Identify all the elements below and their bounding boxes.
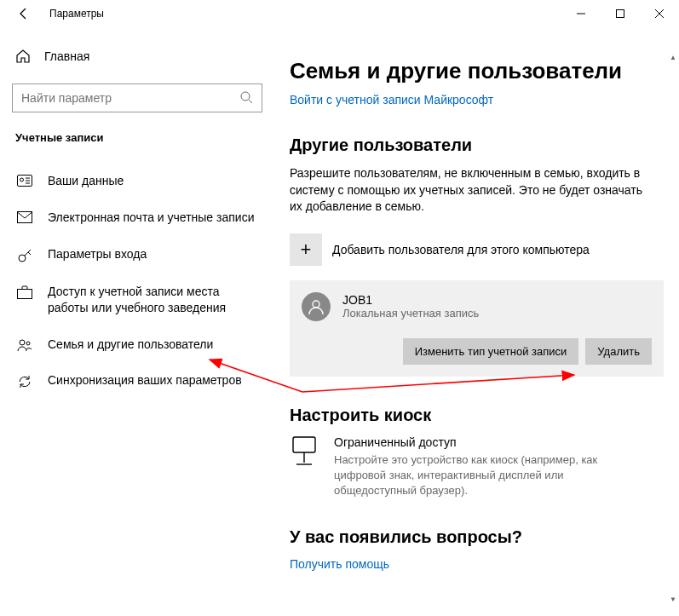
back-button[interactable] bbox=[14, 3, 34, 24]
svg-line-14 bbox=[28, 252, 31, 255]
svg-rect-11 bbox=[18, 211, 32, 222]
svg-rect-1 bbox=[617, 10, 624, 18]
sidebar-item-label: Электронная почта и учетные записи bbox=[48, 210, 254, 226]
avatar bbox=[302, 292, 331, 321]
sidebar-item-family[interactable]: Семья и другие пользователи bbox=[12, 326, 266, 363]
minimize-button[interactable] bbox=[561, 0, 601, 27]
scroll-down-icon[interactable]: ▼ bbox=[667, 593, 679, 605]
add-user-label: Добавить пользователя для этого компьюте… bbox=[332, 243, 590, 256]
svg-point-12 bbox=[19, 255, 26, 262]
home-icon bbox=[15, 49, 31, 64]
svg-rect-19 bbox=[293, 437, 315, 452]
get-help-link[interactable]: Получить помощь bbox=[290, 557, 389, 571]
window-title: Параметры bbox=[49, 8, 104, 20]
sidebar-item-label: Ваши данные bbox=[48, 173, 124, 189]
titlebar: Параметры bbox=[0, 0, 679, 27]
key-icon bbox=[17, 248, 32, 263]
kiosk-heading: Настроить киоск bbox=[290, 406, 670, 425]
kiosk-icon bbox=[290, 435, 320, 470]
svg-point-17 bbox=[26, 342, 30, 345]
user-type: Локальная учетная запись bbox=[342, 307, 479, 320]
search-input[interactable] bbox=[21, 91, 239, 105]
svg-rect-15 bbox=[18, 289, 32, 298]
svg-point-4 bbox=[241, 92, 250, 101]
user-name: JOB1 bbox=[342, 293, 479, 307]
svg-line-5 bbox=[249, 100, 252, 103]
kiosk-item-title: Ограниченный доступ bbox=[334, 435, 639, 449]
section-heading: Учетные записи bbox=[15, 131, 266, 144]
sidebar-item-your-info[interactable]: Ваши данные bbox=[12, 163, 266, 199]
home-label: Главная bbox=[44, 49, 89, 63]
sidebar-item-signin-options[interactable]: Параметры входа bbox=[12, 236, 266, 273]
svg-point-7 bbox=[20, 178, 24, 181]
other-users-heading: Другие пользователи bbox=[290, 135, 670, 155]
sidebar-item-email[interactable]: Электронная почта и учетные записи bbox=[12, 199, 266, 236]
sidebar-item-label: Семья и другие пользователи bbox=[48, 337, 213, 353]
delete-user-button[interactable]: Удалить bbox=[585, 338, 652, 365]
id-card-icon bbox=[17, 175, 32, 187]
signin-link[interactable]: Войти с учетной записи Майкрософт bbox=[290, 93, 493, 107]
kiosk-setup-button[interactable]: Ограниченный доступ Настройте это устрой… bbox=[290, 435, 639, 499]
other-users-description: Разрешите пользователям, не включенным в… bbox=[290, 165, 647, 216]
user-card[interactable]: JOB1 Локальная учетная запись Изменить т… bbox=[290, 280, 664, 377]
home-nav[interactable]: Главная bbox=[12, 39, 266, 73]
sidebar: Главная Учетные записи Ваши данные Э bbox=[0, 27, 273, 616]
close-button[interactable] bbox=[640, 0, 679, 27]
sidebar-item-label: Синхронизация ваших параметров bbox=[48, 372, 242, 389]
maximize-button[interactable] bbox=[601, 0, 640, 27]
scrollbar[interactable]: ▲ ▼ bbox=[667, 51, 679, 605]
kiosk-item-description: Настройте это устройство как киоск (напр… bbox=[334, 452, 639, 499]
svg-point-18 bbox=[313, 301, 319, 308]
sync-icon bbox=[17, 374, 32, 389]
svg-line-13 bbox=[25, 250, 31, 256]
scroll-up-icon[interactable]: ▲ bbox=[667, 51, 679, 63]
content-pane: Семья и другие пользователи Войти с учет… bbox=[273, 27, 679, 616]
briefcase-icon bbox=[17, 285, 32, 299]
svg-point-16 bbox=[20, 340, 25, 345]
page-title: Семья и другие пользователи bbox=[290, 58, 670, 84]
sidebar-item-sync[interactable]: Синхронизация ваших параметров bbox=[12, 362, 266, 400]
people-icon bbox=[17, 338, 32, 352]
sidebar-item-label: Параметры входа bbox=[48, 246, 147, 262]
help-heading: У вас появились вопросы? bbox=[290, 527, 670, 547]
search-input-wrapper[interactable] bbox=[12, 83, 262, 112]
sidebar-item-label: Доступ к учетной записи места работы или… bbox=[48, 284, 261, 316]
mail-icon bbox=[17, 211, 32, 223]
plus-icon: + bbox=[290, 233, 322, 266]
sidebar-item-work-access[interactable]: Доступ к учетной записи места работы или… bbox=[12, 273, 266, 326]
search-icon bbox=[239, 90, 253, 107]
change-account-type-button[interactable]: Изменить тип учетной записи bbox=[403, 338, 579, 365]
add-user-button[interactable]: + Добавить пользователя для этого компью… bbox=[290, 231, 670, 268]
